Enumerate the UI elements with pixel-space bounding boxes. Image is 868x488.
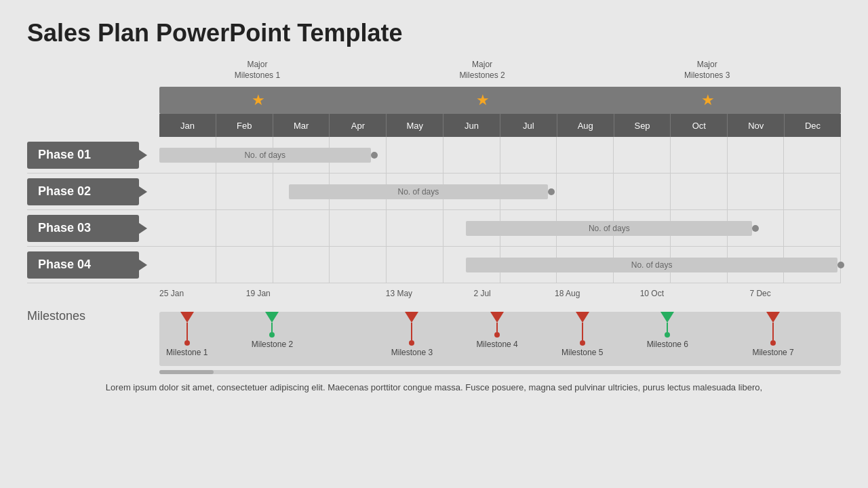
milestone-5-name: Milestone 5 xyxy=(561,348,603,357)
milestone-1-line xyxy=(186,323,188,340)
milestone-6-dot xyxy=(665,332,670,338)
month-oct: Oct xyxy=(671,114,728,137)
month-jun: Jun xyxy=(443,114,500,137)
date-labels-row: 25 Jan 19 Jan 13 May 2 Jul 18 Aug 10 Oct… xyxy=(159,289,841,309)
date-19jan: 19 Jan xyxy=(246,289,271,298)
phase-04-dot-right xyxy=(837,262,844,268)
phase-03-label: Phase 03 xyxy=(27,215,139,242)
milestone-7-name: Milestone 7 xyxy=(752,348,793,357)
milestone-5-triangle xyxy=(576,312,589,323)
milestone-6-item: Milestone 6 xyxy=(647,312,688,349)
milestone-4-dot xyxy=(494,332,500,338)
month-aug: Aug xyxy=(557,114,614,137)
date-10oct: 10 Oct xyxy=(640,289,664,298)
milestone-1-item: Milestone 1 xyxy=(166,312,208,357)
major-milestone-2: MajorMilestones 2 xyxy=(459,60,505,81)
milestone-1-dot xyxy=(184,340,190,346)
month-dec: Dec xyxy=(785,114,841,137)
milestone-7-item: Milestone 7 xyxy=(752,312,793,357)
milestone-1-name: Milestone 1 xyxy=(166,348,208,357)
phase-04-timeline: No. of days xyxy=(159,247,841,283)
month-jan: Jan xyxy=(159,114,216,137)
date-7dec: 7 Dec xyxy=(749,289,770,298)
phase-01-dot-right xyxy=(371,152,378,159)
date-13may: 13 May xyxy=(386,289,412,298)
milestone-4-name: Milestone 4 xyxy=(476,340,517,349)
major-milestone-1: MajorMilestones 1 xyxy=(235,60,280,81)
milestone-2-triangle xyxy=(265,312,279,323)
milestone-2-item: Milestone 2 xyxy=(252,312,293,349)
major-milestone-3: MajorMilestones 3 xyxy=(684,60,730,81)
phase-04-bar: No. of days xyxy=(466,258,837,272)
date-25jan: 25 Jan xyxy=(159,289,184,298)
month-jul: Jul xyxy=(500,114,557,137)
month-nov: Nov xyxy=(728,114,785,137)
milestones-band: Milestone 1 Milestone 2 Milestone 3 xyxy=(159,312,841,366)
milestone-6-name: Milestone 6 xyxy=(647,340,688,349)
month-row: Jan Feb Mar Apr May Jun Jul Aug Sep Oct … xyxy=(159,114,841,137)
milestone-2-dot xyxy=(269,332,275,338)
milestone-3-line xyxy=(411,323,412,340)
phase-row-2: Phase 02 No. of days xyxy=(27,174,841,210)
milestones-timeline-wrapper: 25 Jan 19 Jan 13 May 2 Jul 18 Aug 10 Oct… xyxy=(159,289,841,366)
milestone-4-line xyxy=(496,323,498,332)
phase-04-label: Phase 04 xyxy=(27,251,139,279)
gantt-wrapper: ★ ★ ★ Jan Feb Mar Apr May Jun Jul Aug Se… xyxy=(27,87,841,283)
phase-03-dot-right xyxy=(752,225,759,232)
month-mar: Mar xyxy=(273,114,330,137)
phase-02-timeline: No. of days xyxy=(159,174,841,209)
star-1: ★ xyxy=(252,92,265,109)
footer-text: Lorem ipsum dolor sit amet, consectetuer… xyxy=(27,381,841,394)
milestone-1-triangle xyxy=(180,312,194,323)
month-apr: Apr xyxy=(330,114,387,137)
milestone-7-dot xyxy=(770,340,776,346)
milestones-section-label: Milestones xyxy=(27,289,139,323)
phase-01-bar: No. of days xyxy=(159,148,371,163)
phase-01-label: Phase 01 xyxy=(27,142,139,169)
scrollbar[interactable] xyxy=(159,370,841,374)
phase-02-dot-right xyxy=(548,188,555,195)
phase-rows: Phase 01 No. of days Phase 02 No. of day… xyxy=(27,137,841,283)
milestone-3-name: Milestone 3 xyxy=(391,348,433,357)
phase-02-bar: No. of days xyxy=(289,184,548,199)
milestone-4-item: Milestone 4 xyxy=(476,312,517,349)
milestone-7-triangle xyxy=(766,312,780,323)
milestones-section: Milestones 25 Jan 19 Jan 13 May 2 Jul 18… xyxy=(27,289,841,366)
milestone-5-item: Milestone 5 xyxy=(561,312,603,357)
phase-03-timeline: No. of days xyxy=(159,210,841,246)
gantt-header-bar: ★ ★ ★ xyxy=(159,87,841,114)
page-title: Sales Plan PowerPoint Template xyxy=(27,19,841,47)
milestone-7-line xyxy=(772,323,774,340)
phase-01-timeline: No. of days xyxy=(159,137,841,173)
milestone-5-dot xyxy=(580,340,585,346)
phase-row-3: Phase 03 No. of days xyxy=(27,210,841,247)
date-18aug: 18 Aug xyxy=(555,289,580,298)
milestone-6-triangle xyxy=(660,312,674,323)
star-3: ★ xyxy=(701,92,715,109)
milestone-2-name: Milestone 2 xyxy=(252,340,293,349)
month-sep: Sep xyxy=(614,114,671,137)
date-2jul: 2 Jul xyxy=(473,289,490,298)
star-2: ★ xyxy=(476,92,490,109)
milestone-4-triangle xyxy=(490,312,504,323)
major-milestones-row: MajorMilestones 1 MajorMilestones 2 Majo… xyxy=(159,60,841,87)
phase-row-4: Phase 04 No. of days xyxy=(27,247,841,283)
phase-02-label: Phase 02 xyxy=(27,178,139,205)
milestone-2-line xyxy=(271,323,273,332)
phase-row-1: Phase 01 No. of days xyxy=(27,137,841,174)
milestone-3-triangle xyxy=(405,312,418,323)
milestone-3-dot xyxy=(409,340,414,346)
month-may: May xyxy=(387,114,443,137)
month-feb: Feb xyxy=(216,114,273,137)
milestone-6-line xyxy=(667,323,668,332)
milestone-5-line xyxy=(582,323,583,340)
milestone-3-item: Milestone 3 xyxy=(391,312,433,357)
phase-03-bar: No. of days xyxy=(466,221,752,236)
scrollbar-thumb[interactable] xyxy=(159,370,214,374)
